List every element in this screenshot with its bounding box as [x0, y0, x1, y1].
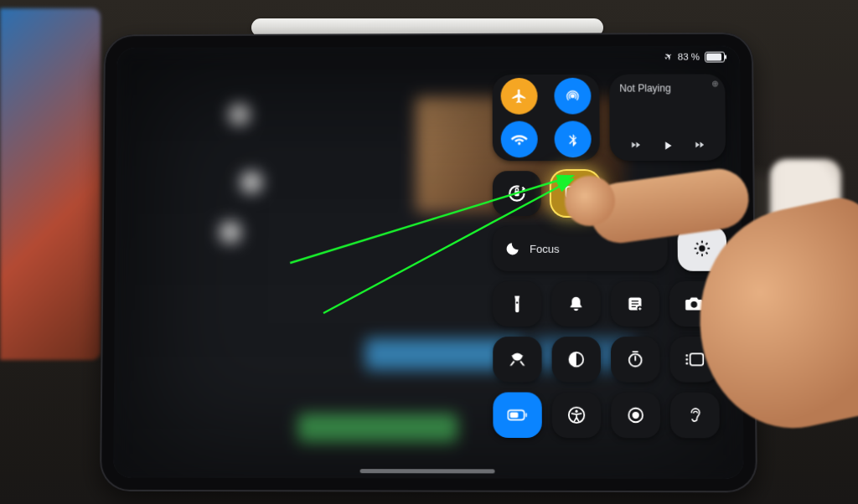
- connectivity-tile[interactable]: [493, 75, 600, 161]
- orientation-lock-button[interactable]: [493, 171, 541, 216]
- music-recognition-button[interactable]: [493, 337, 541, 382]
- user-hand: [623, 126, 858, 427]
- svg-point-14: [516, 301, 518, 303]
- battery-icon: [705, 51, 725, 62]
- now-playing-title: Not Playing: [619, 82, 715, 94]
- wifi-toggle[interactable]: [501, 121, 538, 158]
- airplane-icon: ✈︎: [662, 49, 675, 64]
- airdrop-toggle[interactable]: [554, 78, 591, 115]
- home-indicator[interactable]: [360, 469, 495, 473]
- background-laptop: [0, 8, 101, 360]
- now-playing-expand-icon[interactable]: ⊕: [711, 79, 718, 88]
- svg-point-33: [575, 410, 577, 413]
- dark-mode-button[interactable]: [552, 337, 602, 382]
- svg-point-0: [571, 94, 575, 98]
- flashlight-button[interactable]: [493, 281, 541, 327]
- svg-rect-2: [514, 191, 519, 196]
- silent-mode-button[interactable]: [551, 281, 600, 327]
- svg-rect-31: [525, 413, 527, 417]
- airplane-mode-toggle[interactable]: [501, 78, 538, 115]
- svg-rect-30: [510, 413, 519, 418]
- low-power-mode-button[interactable]: [493, 393, 542, 439]
- battery-percentage: 83 %: [678, 52, 700, 62]
- bluetooth-toggle[interactable]: [555, 121, 592, 157]
- focus-label: Focus: [530, 242, 560, 255]
- status-bar: ✈︎ 83 %: [664, 51, 725, 63]
- accessibility-shortcut-button[interactable]: [552, 393, 602, 439]
